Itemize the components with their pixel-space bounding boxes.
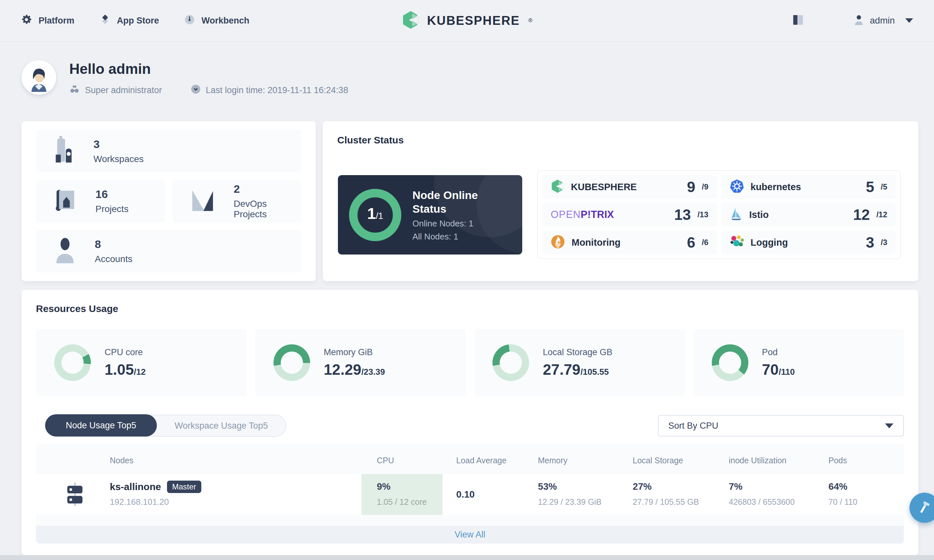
tab-workspace-usage[interactable]: Workspace Usage Top5	[157, 421, 286, 431]
memory-gauge: Memory GiB 12.29/23.39	[255, 329, 466, 396]
role-label: Super administrator	[85, 85, 162, 95]
workspaces-icon	[54, 135, 75, 167]
view-all-link[interactable]: View All	[36, 526, 904, 544]
kubesphere-icon	[551, 179, 565, 194]
accounts-label: Accounts	[95, 254, 132, 264]
online-nodes-value: 1	[367, 205, 376, 223]
resources-usage-title: Resources Usage	[36, 303, 904, 315]
workspaces-count: 3	[94, 138, 144, 151]
component-kubernetes: kubernetes 5 /5	[721, 175, 896, 198]
storage-donut	[489, 342, 532, 384]
node-name[interactable]: ks-allinone	[110, 481, 161, 492]
component-kubesphere: KUBESPHERE 9 /9	[542, 175, 717, 198]
kubernetes-icon	[730, 179, 744, 195]
projects-count: 16	[95, 188, 128, 201]
load-cell: 0.10	[456, 489, 474, 500]
tab-node-usage[interactable]: Node Usage Top5	[45, 414, 157, 437]
projects-tile[interactable]: 16 Projects	[36, 180, 165, 223]
col-cpu: CPU	[377, 456, 394, 465]
monitoring-icon	[551, 235, 565, 250]
cluster-status-card: Cluster Status 1 /1 Node Online Status O…	[323, 121, 918, 281]
openpitrix-logo: OPENP!TRIX	[551, 209, 614, 220]
pod-used: 70	[762, 361, 779, 378]
node-cell: ks-allinone Master 192.168.101.20	[110, 481, 201, 507]
cpu-gauge-label: CPU core	[105, 347, 146, 357]
component-total: /13	[697, 210, 708, 219]
inode-cell: 7% 426803 / 6553600	[729, 481, 795, 507]
devops-icon	[190, 187, 215, 215]
node-status-info: Node Online Status Online Nodes: 1 All N…	[412, 188, 501, 242]
pods-detail: 70 / 110	[828, 497, 857, 507]
component-value: 3	[866, 234, 874, 251]
sort-by-select[interactable]: Sort By CPU	[658, 415, 904, 437]
component-monitoring: Monitoring 6 /6	[542, 231, 717, 254]
istio-icon	[730, 207, 743, 223]
pods-percent: 64%	[828, 481, 857, 492]
master-badge: Master	[167, 481, 201, 493]
cpu-gauge: CPU core 1.05/12	[36, 329, 247, 396]
role: Super administrator	[69, 85, 162, 95]
accounts-tile[interactable]: 8 Accounts	[36, 230, 301, 273]
workspaces-text: 3 Workspaces	[94, 138, 144, 165]
node-status-ring: 1 /1	[349, 189, 401, 241]
role-icon	[69, 85, 80, 95]
pod-gauge: Pod 70/110	[694, 329, 904, 396]
node-status-title: Node Online Status	[412, 188, 501, 215]
pod-total: /110	[779, 367, 795, 377]
docs-book-icon[interactable]	[791, 14, 805, 27]
pod-donut	[709, 342, 751, 384]
inode-detail: 426803 / 6553600	[729, 497, 795, 507]
overview-row: 16 Projects 2 DevOps Projects	[36, 180, 301, 223]
devops-label: DevOps Projects	[234, 198, 301, 220]
memory-total: /23.39	[362, 367, 385, 377]
component-total: /5	[881, 182, 887, 191]
component-name: Monitoring	[572, 237, 621, 248]
node-online-status-card: 1 /1 Node Online Status Online Nodes: 1 …	[338, 175, 522, 254]
nav-app-store-label: App Store	[117, 16, 159, 26]
devops-projects-tile[interactable]: 2 DevOps Projects	[172, 180, 301, 223]
avatar	[22, 60, 56, 95]
component-name: KUBESPHERE	[571, 182, 637, 192]
cpu-cell: 9% 1.05 / 12 core	[362, 474, 443, 515]
storage-detail: 27.79 / 105.55 GB	[633, 497, 699, 507]
component-total: /9	[702, 182, 708, 191]
component-name: Istio	[749, 209, 769, 220]
node-usage-table: Nodes CPU Load Average Memory Local Stor…	[36, 444, 904, 544]
component-value: 6	[687, 234, 695, 251]
gear-icon	[21, 14, 32, 28]
hero: Hello admin Super administrator Last log…	[22, 60, 348, 96]
accounts-text: 8 Accounts	[95, 238, 132, 264]
col-inode: inode Utilization	[729, 456, 786, 465]
registered-mark: ®	[528, 17, 533, 24]
memory-percent: 53%	[538, 481, 602, 492]
chevron-down-icon	[905, 18, 913, 23]
col-pods: Pods	[828, 456, 847, 465]
workspaces-tile[interactable]: 3 Workspaces	[36, 130, 301, 172]
openpitrix-logo-open: OPEN	[551, 209, 581, 220]
usage-tabs: Node Usage Top5 Workspace Usage Top5	[45, 415, 286, 437]
storage-gauge-label: Local Storage GB	[543, 347, 612, 357]
usage-controls: Node Usage Top5 Workspace Usage Top5 Sor…	[36, 415, 904, 437]
all-nodes-line: All Nodes: 1	[412, 232, 501, 242]
nav-workbench[interactable]: Workbench	[184, 14, 250, 28]
component-total: /12	[877, 210, 887, 219]
nav-platform[interactable]: Platform	[21, 14, 74, 28]
logo-text: KUBESPHERE	[427, 14, 520, 28]
user-menu[interactable]: admin	[854, 14, 913, 27]
last-login-label: Last login time: 2019-11-11 16:24:38	[206, 85, 348, 95]
accounts-icon	[54, 237, 77, 266]
nav-app-store[interactable]: App Store	[99, 14, 159, 28]
top-nav: Platform App Store Workbench KUBESPHERE …	[0, 0, 934, 42]
component-istio: Istio 12 /12	[721, 203, 896, 226]
resources-usage-card: Resources Usage CPU core 1.05/12 Memory …	[22, 290, 918, 555]
nav-right: admin	[791, 14, 913, 27]
chevron-down-icon	[885, 423, 894, 428]
bottom-edge	[0, 555, 934, 560]
table-row[interactable]: ks-allinone Master 192.168.101.20 9% 1.0…	[36, 474, 904, 515]
openpitrix-logo-pitrix: P!TRIX	[581, 209, 614, 220]
pod-gauge-text: Pod 70/110	[762, 347, 795, 378]
memory-donut	[271, 342, 313, 384]
kubesphere-logo-icon	[402, 11, 420, 31]
kubesphere-dashboard: Platform App Store Workbench KUBESPHERE …	[0, 0, 934, 560]
greeting: Hello admin	[69, 61, 348, 77]
